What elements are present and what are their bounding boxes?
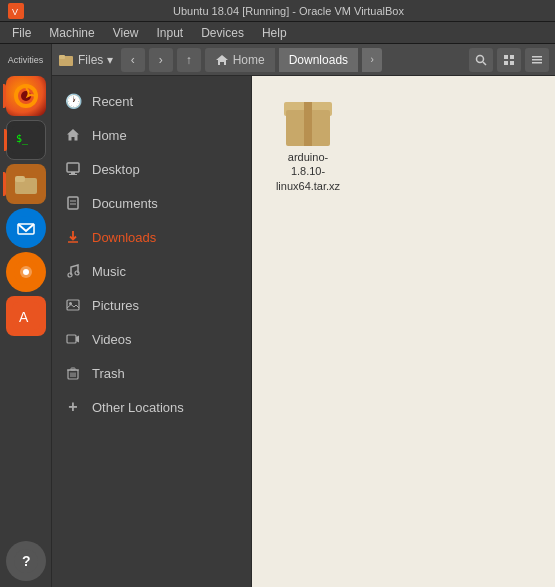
breadcrumb-next-arrow: › — [362, 48, 382, 72]
sidebar-item-pictures-label: Pictures — [92, 298, 139, 313]
svg-rect-29 — [67, 163, 79, 172]
menu-button[interactable] — [525, 48, 549, 72]
menu-input[interactable]: Input — [149, 24, 192, 42]
breadcrumb-current[interactable]: Downloads — [279, 48, 358, 72]
documents-icon — [64, 196, 82, 210]
sidebar-item-music[interactable]: Music — [52, 254, 251, 288]
sidebar-item-videos-label: Videos — [92, 332, 132, 347]
svg-point-13 — [23, 269, 29, 275]
svg-rect-23 — [510, 55, 514, 59]
help-dock-icon[interactable]: ? — [6, 541, 46, 581]
sidebar-item-recent-label: Recent — [92, 94, 133, 109]
trash-icon — [64, 366, 82, 380]
sidebar-item-trash-label: Trash — [92, 366, 125, 381]
file-name: arduino-1.8.10-linux64.tar.xz — [274, 150, 342, 193]
search-button[interactable] — [469, 48, 493, 72]
dock: Activities $_ — [0, 44, 52, 587]
menu-bar: File Machine View Input Devices Help — [0, 22, 555, 44]
title-bar: V Ubuntu 18.04 [Running] - Oracle VM Vir… — [0, 0, 555, 22]
videos-icon — [64, 332, 82, 346]
menu-view[interactable]: View — [105, 24, 147, 42]
svg-rect-27 — [532, 59, 542, 61]
files-window: Files ▾ ‹ › ↑ Home Downloads › — [52, 44, 555, 587]
sidebar-item-desktop-label: Desktop — [92, 162, 140, 177]
view-toggle-button[interactable] — [497, 48, 521, 72]
forward-button[interactable]: › — [149, 48, 173, 72]
music-icon — [64, 264, 82, 278]
menu-help[interactable]: Help — [254, 24, 295, 42]
pictures-icon — [64, 298, 82, 312]
main-content: 🕐 Recent Home — [52, 76, 555, 587]
sidebar-item-other-locations-label: Other Locations — [92, 400, 184, 415]
svg-rect-43 — [71, 368, 75, 370]
svg-rect-26 — [532, 56, 542, 58]
title-bar-text: Ubuntu 18.04 [Running] - Oracle VM Virtu… — [30, 5, 547, 17]
sidebar-item-other-locations[interactable]: + Other Locations — [52, 390, 251, 424]
menu-file[interactable]: File — [4, 24, 39, 42]
svg-point-36 — [68, 273, 72, 277]
sidebar-item-desktop[interactable]: Desktop — [52, 152, 251, 186]
activities-label[interactable]: Activities — [8, 55, 44, 65]
other-locations-icon: + — [64, 398, 82, 416]
svg-rect-25 — [510, 61, 514, 65]
svg-rect-22 — [504, 55, 508, 59]
sidebar-item-documents[interactable]: Documents — [52, 186, 251, 220]
menu-devices[interactable]: Devices — [193, 24, 252, 42]
svg-point-20 — [477, 55, 484, 62]
svg-rect-30 — [71, 172, 75, 174]
svg-rect-32 — [68, 197, 78, 209]
svg-line-21 — [483, 62, 486, 65]
sidebar-item-home[interactable]: Home — [52, 118, 251, 152]
desktop-icon — [64, 162, 82, 176]
svg-text:V: V — [12, 7, 18, 17]
svg-text:A: A — [19, 309, 29, 325]
sidebar-item-recent[interactable]: 🕐 Recent — [52, 84, 251, 118]
breadcrumb-home[interactable]: Home — [205, 48, 275, 72]
svg-rect-19 — [59, 55, 65, 59]
svg-rect-38 — [67, 300, 79, 310]
app-container: Activities $_ — [0, 44, 555, 587]
up-button[interactable]: ↑ — [177, 48, 201, 72]
appcenter-dock-icon[interactable]: A — [6, 296, 46, 336]
sidebar-item-music-label: Music — [92, 264, 126, 279]
sidebar-item-downloads[interactable]: Downloads — [52, 220, 251, 254]
home-breadcrumb-icon — [215, 53, 229, 67]
search-icon — [475, 54, 487, 66]
home-icon — [64, 128, 82, 142]
menu-machine[interactable]: Machine — [41, 24, 102, 42]
thunderbird-dock-icon[interactable] — [6, 208, 46, 248]
recent-icon: 🕐 — [64, 93, 82, 109]
vm-icon: V — [8, 3, 24, 19]
svg-rect-24 — [504, 61, 508, 65]
file-area: arduino-1.8.10-linux64.tar.xz — [252, 76, 555, 587]
downloads-icon — [64, 230, 82, 244]
svg-rect-40 — [67, 335, 76, 343]
archive-box-body-stripe — [304, 110, 312, 146]
breadcrumb-home-label: Home — [233, 53, 265, 67]
svg-rect-31 — [69, 174, 77, 175]
sidebar-item-videos[interactable]: Videos — [52, 322, 251, 356]
svg-rect-28 — [532, 62, 542, 64]
firefox-dock-icon[interactable] — [6, 76, 46, 116]
svg-text:$_: $_ — [16, 133, 29, 145]
terminal-dock-icon[interactable]: $_ — [6, 120, 46, 160]
files-toolbar: Files ▾ ‹ › ↑ Home Downloads › — [52, 44, 555, 76]
sidebar-item-home-label: Home — [92, 128, 127, 143]
files-app-icon — [58, 52, 74, 68]
file-item-arduino[interactable]: arduino-1.8.10-linux64.tar.xz — [268, 92, 348, 199]
sidebar-item-pictures[interactable]: Pictures — [52, 288, 251, 322]
hamburger-icon — [531, 54, 543, 66]
svg-rect-8 — [15, 176, 25, 182]
sidebar-item-trash[interactable]: Trash — [52, 356, 251, 390]
back-button[interactable]: ‹ — [121, 48, 145, 72]
svg-text:?: ? — [22, 553, 31, 569]
sidebar-item-downloads-label: Downloads — [92, 230, 156, 245]
sidebar: 🕐 Recent Home — [52, 76, 252, 587]
sidebar-item-documents-label: Documents — [92, 196, 158, 211]
grid-icon — [503, 54, 515, 66]
archive-icon — [284, 98, 332, 146]
files-app-label: Files ▾ — [78, 53, 113, 67]
rhythmbox-dock-icon[interactable] — [6, 252, 46, 292]
svg-point-37 — [75, 271, 79, 275]
files-dock-icon[interactable] — [6, 164, 46, 204]
